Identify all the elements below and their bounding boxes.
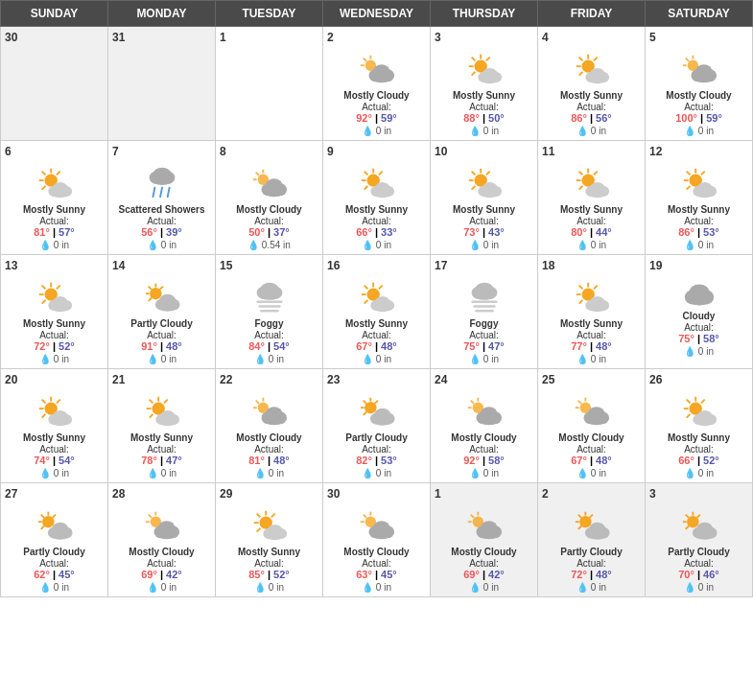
condition-text: Scattered Showers: [118, 204, 204, 215]
temperature: 74° | 54°: [34, 455, 74, 466]
mostly-cloudy-icon: [250, 392, 289, 431]
svg-line-133: [364, 300, 367, 304]
condition-text: Mostly Sunny: [238, 547, 300, 557]
condition-text: Mostly Sunny: [345, 318, 408, 329]
temperature: 75° | 58°: [678, 333, 718, 344]
precipitation: 💧 0 in: [469, 126, 499, 136]
svg-line-21: [578, 58, 582, 61]
condition-text: Mostly Sunny: [453, 204, 515, 215]
partly-cloudy-icon: [143, 278, 181, 316]
actual-label: Actual:: [39, 216, 69, 226]
svg-line-84: [578, 172, 582, 175]
high-temp: 80°: [571, 226, 587, 238]
actual-label: Actual:: [684, 444, 714, 455]
svg-point-178: [160, 410, 175, 421]
weather-info: Mostly CloudyActual:69° | 42°💧 0 in: [112, 502, 211, 593]
high-temp: 81°: [34, 226, 50, 238]
rain-drop-icon: 💧: [39, 354, 51, 364]
svg-point-141: [475, 283, 493, 295]
low-temp: 53°: [703, 226, 719, 238]
svg-line-272: [577, 525, 580, 528]
day-cell: 14 Partly CloudyActual:91° | 48°💧 0 in: [108, 255, 216, 369]
svg-line-131: [364, 286, 367, 290]
weather-info: Mostly SunnyActual:66° | 33°💧 0 in: [327, 160, 426, 250]
weather-info: Mostly CloudyActual:81° | 48°💧 0 in: [220, 388, 318, 478]
svg-point-17: [482, 68, 497, 79]
weather-info: FoggyActual:75° | 47°💧 0 in: [435, 274, 533, 364]
temperature: 63° | 45°: [356, 569, 396, 580]
svg-point-7: [373, 64, 389, 77]
actual-label: Actual:: [254, 330, 284, 340]
svg-line-191: [374, 401, 377, 404]
day-cell: 6 Mostly SunnyActual:81° | 57°💧 0 in: [1, 141, 108, 255]
svg-line-262: [470, 515, 473, 518]
weather-info: Mostly SunnyActual:85° | 52°💧 0 in: [220, 502, 318, 593]
rain-drop-icon: 💧: [247, 240, 259, 250]
svg-line-65: [378, 172, 382, 175]
weather-info: FoggyActual:84° | 54°💧 0 in: [220, 274, 318, 364]
mostly-sunny-icon: [573, 164, 611, 202]
precipitation: 💧 0 in: [147, 582, 176, 593]
svg-line-56: [255, 173, 258, 175]
actual-label: Actual:: [469, 558, 499, 569]
low-temp: 58°: [488, 455, 505, 466]
svg-line-228: [40, 525, 43, 528]
svg-line-76: [471, 186, 475, 190]
svg-line-3: [363, 58, 365, 61]
temperature: 81° | 57°: [34, 226, 74, 238]
svg-point-186: [266, 407, 282, 419]
actual-label: Actual:: [577, 558, 606, 569]
svg-point-100: [697, 182, 712, 193]
day-number: 12: [649, 145, 748, 158]
svg-line-85: [593, 172, 597, 175]
precipitation: 💧 0 in: [362, 240, 391, 250]
day-cell: 13 Mostly SunnyActual:72° | 52°💧 0 in: [1, 255, 108, 369]
svg-line-66: [364, 186, 367, 190]
svg-line-246: [256, 528, 260, 532]
rain-drop-icon: 💧: [469, 468, 481, 478]
weather-info: Mostly SunnyActual:73° | 43°💧 0 in: [435, 160, 533, 250]
svg-point-286: [696, 523, 712, 534]
svg-point-120: [159, 294, 175, 306]
mostly-sunny-icon: [358, 164, 396, 202]
day-number: 29: [220, 487, 318, 501]
temperature: 56° | 39°: [141, 226, 181, 238]
high-temp: 67°: [571, 455, 587, 466]
low-temp: 53°: [381, 455, 397, 466]
precipitation: 💧 0 in: [577, 240, 606, 250]
svg-point-232: [52, 523, 67, 534]
svg-point-168: [53, 410, 67, 421]
svg-line-173: [163, 400, 167, 404]
temperature: 50° | 37°: [248, 226, 289, 238]
weather-info: Partly CloudyActual:70° | 46°💧 0 in: [649, 502, 748, 593]
week-row-1: 303112 Mostly CloudyActual:92° | 59°💧 0 …: [1, 27, 753, 141]
svg-line-226: [40, 515, 43, 518]
low-temp: 52°: [703, 455, 719, 466]
svg-line-200: [470, 401, 473, 404]
weather-info: Mostly SunnyActual:80° | 44°💧 0 in: [542, 160, 641, 250]
precipitation: 💧 0 in: [362, 468, 391, 478]
weather-info: Mostly SunnyActual:74° | 54°💧 0 in: [5, 388, 104, 478]
precipitation: 💧 0 in: [684, 468, 714, 478]
day-cell: 1 Mostly CloudyActual:69° | 42°💧 0 in: [431, 483, 538, 597]
low-temp: 43°: [488, 226, 505, 238]
calendar-header: SUNDAY MONDAY TUESDAY WEDNESDAY THURSDAY…: [1, 1, 753, 27]
high-temp: 69°: [463, 569, 480, 580]
week-row-5: 27 Partly CloudyActual:62° | 45°💧 0 in28: [1, 483, 753, 597]
temperature: 88° | 50°: [463, 112, 504, 124]
svg-point-158: [689, 284, 709, 298]
svg-line-64: [364, 172, 367, 175]
precipitation: 💧 0 in: [254, 582, 284, 593]
high-temp: 92°: [356, 112, 372, 124]
day-number: 9: [327, 145, 426, 158]
actual-label: Actual:: [254, 558, 284, 569]
condition-text: Mostly Cloudy: [558, 432, 624, 443]
mostly-cloudy-icon: [465, 392, 504, 431]
svg-point-137: [375, 296, 389, 307]
svg-line-164: [41, 414, 45, 418]
weather-info: Partly CloudyActual:62° | 45°💧 0 in: [5, 502, 104, 593]
high-temp: 73°: [463, 226, 480, 238]
day-number: 8: [220, 145, 318, 158]
condition-text: Mostly Cloudy: [666, 90, 731, 101]
svg-line-270: [577, 515, 580, 518]
